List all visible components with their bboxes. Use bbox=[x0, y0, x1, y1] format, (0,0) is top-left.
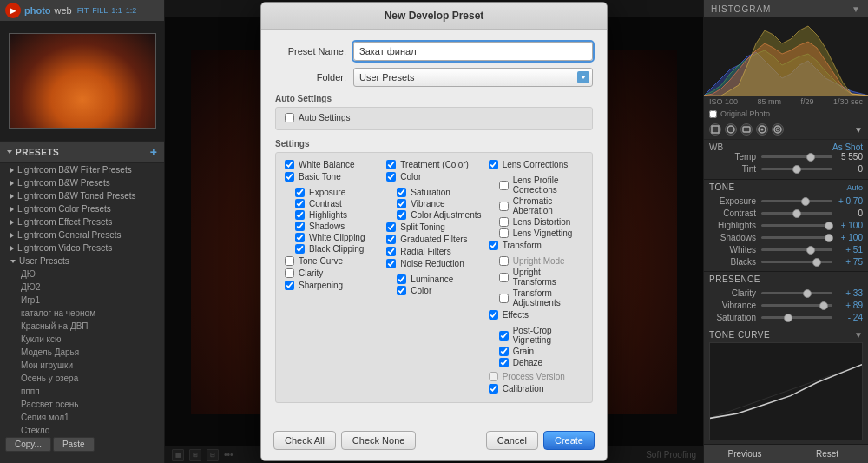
nav-1-2[interactable]: 1:2 bbox=[126, 6, 137, 15]
tint-slider-track[interactable] bbox=[761, 168, 832, 170]
transform-adjustments-checkbox[interactable] bbox=[499, 294, 509, 303]
graduated-tool-icon[interactable] bbox=[756, 123, 768, 136]
radial-checkbox[interactable] bbox=[386, 247, 396, 256]
tone-auto[interactable]: Auto bbox=[846, 183, 863, 192]
preset-group-header[interactable]: Lightroom Effect Presets bbox=[0, 215, 164, 228]
clarity-thumb[interactable] bbox=[803, 289, 812, 298]
add-preset-icon[interactable]: + bbox=[150, 145, 157, 159]
clarity-slider[interactable] bbox=[761, 292, 832, 294]
luminance-checkbox[interactable] bbox=[397, 274, 406, 284]
preset-group-header[interactable]: Lightroom B&W Toned Presets bbox=[0, 189, 164, 202]
white-balance-checkbox[interactable] bbox=[285, 160, 294, 169]
list-item[interactable]: Осень у озера bbox=[0, 372, 164, 385]
post-crop-checkbox[interactable] bbox=[499, 331, 509, 341]
calibration-checkbox[interactable] bbox=[489, 384, 498, 394]
highlights-slider[interactable] bbox=[761, 224, 832, 227]
list-item[interactable]: Красный на ДВП bbox=[0, 320, 164, 333]
lens-vignetting-checkbox[interactable] bbox=[499, 228, 509, 238]
right-panel-menu[interactable]: ▼ bbox=[854, 125, 863, 135]
preset-name-input[interactable] bbox=[353, 42, 593, 61]
preset-group-header[interactable]: Lightroom Video Presets bbox=[0, 241, 164, 255]
user-presets-header[interactable]: User Presets bbox=[0, 255, 164, 268]
shadows-thumb[interactable] bbox=[825, 234, 833, 242]
temp-slider-thumb[interactable] bbox=[806, 153, 815, 162]
folder-select[interactable]: User Presets bbox=[353, 68, 593, 87]
grain-checkbox[interactable] bbox=[499, 347, 509, 356]
noise-reduction-checkbox[interactable] bbox=[386, 259, 396, 268]
highlights-checkbox[interactable] bbox=[295, 210, 305, 220]
cancel-button[interactable]: Cancel bbox=[486, 431, 538, 450]
lens-profile-checkbox[interactable] bbox=[499, 181, 509, 190]
check-none-button[interactable]: Check None bbox=[341, 431, 417, 450]
preset-group-header[interactable]: Lightroom B&W Filter Presets bbox=[0, 163, 164, 176]
check-all-button[interactable]: Check All bbox=[273, 431, 336, 450]
process-version-checkbox[interactable] bbox=[489, 372, 498, 381]
heal-tool-icon[interactable] bbox=[725, 123, 737, 136]
chromatic-checkbox[interactable] bbox=[499, 202, 509, 211]
lens-corrections-checkbox[interactable] bbox=[489, 160, 498, 169]
list-item[interactable]: Мои игрушки bbox=[0, 359, 164, 372]
whites-thumb[interactable] bbox=[806, 246, 815, 255]
contrast-checkbox[interactable] bbox=[295, 199, 305, 208]
list-item[interactable]: Сепия мол1 bbox=[0, 411, 164, 424]
exposure-slider[interactable] bbox=[761, 200, 832, 202]
vibrance-slider[interactable] bbox=[761, 304, 832, 307]
previous-button[interactable]: Previous bbox=[704, 445, 786, 463]
treatment-checkbox[interactable] bbox=[386, 160, 396, 169]
saturation-slider[interactable] bbox=[761, 316, 832, 319]
split-toning-checkbox[interactable] bbox=[386, 222, 396, 232]
lens-distortion-checkbox[interactable] bbox=[499, 217, 509, 227]
black-clipping-checkbox[interactable] bbox=[295, 244, 305, 254]
nav-fill[interactable]: FILL bbox=[92, 6, 108, 15]
preset-group-header[interactable]: Lightroom General Presets bbox=[0, 228, 164, 241]
presets-section-header[interactable]: Presets + bbox=[0, 141, 164, 163]
paste-button[interactable]: Paste bbox=[53, 437, 95, 452]
shadows-slider[interactable] bbox=[761, 236, 832, 239]
redeye-tool-icon[interactable] bbox=[740, 123, 753, 136]
auto-settings-checkbox[interactable] bbox=[285, 113, 294, 122]
whites-slider[interactable] bbox=[761, 248, 832, 251]
color-nr-checkbox[interactable] bbox=[397, 286, 406, 295]
tone-curve-checkbox[interactable] bbox=[285, 256, 294, 266]
saturation-thumb[interactable] bbox=[784, 314, 792, 322]
contrast-slider[interactable] bbox=[761, 212, 832, 215]
shadows-checkbox[interactable] bbox=[295, 222, 305, 231]
nav-1-1[interactable]: 1:1 bbox=[111, 6, 122, 15]
exposure-checkbox[interactable] bbox=[295, 188, 305, 197]
saturation-checkbox[interactable] bbox=[397, 188, 406, 197]
crop-tool-icon[interactable] bbox=[709, 123, 721, 136]
basic-tone-checkbox[interactable] bbox=[285, 172, 294, 182]
list-item[interactable]: пппп bbox=[0, 385, 164, 398]
white-clipping-checkbox[interactable] bbox=[295, 233, 305, 242]
tone-curve-menu[interactable]: ▼ bbox=[854, 330, 863, 340]
list-item[interactable]: Кукли ксю bbox=[0, 333, 164, 346]
create-button[interactable]: Create bbox=[543, 431, 595, 450]
blacks-thumb[interactable] bbox=[812, 258, 821, 267]
list-item[interactable]: ДЮ2 bbox=[0, 281, 164, 294]
list-item[interactable]: Рассвет осень bbox=[0, 398, 164, 411]
upright-mode-checkbox[interactable] bbox=[499, 256, 509, 266]
color-adjustments-checkbox[interactable] bbox=[397, 210, 406, 220]
tint-slider-thumb[interactable] bbox=[792, 165, 801, 174]
transform-checkbox[interactable] bbox=[489, 241, 498, 250]
copy-button[interactable]: Copy... bbox=[5, 437, 51, 452]
dehaze-checkbox[interactable] bbox=[499, 358, 509, 367]
original-photo-checkbox[interactable] bbox=[709, 110, 717, 118]
upright-transforms-checkbox[interactable] bbox=[499, 273, 509, 282]
highlights-thumb[interactable] bbox=[825, 222, 833, 230]
clarity-checkbox[interactable] bbox=[285, 268, 294, 278]
reset-button[interactable]: Reset bbox=[786, 445, 868, 463]
nav-fit[interactable]: FIT bbox=[77, 6, 89, 15]
preset-group-header[interactable]: Lightroom B&W Presets bbox=[0, 176, 164, 189]
histogram-menu-icon[interactable]: ▼ bbox=[852, 4, 861, 14]
contrast-thumb[interactable] bbox=[792, 209, 801, 218]
radial-tool-icon[interactable] bbox=[772, 123, 784, 136]
sharpening-checkbox[interactable] bbox=[285, 281, 294, 290]
list-item[interactable]: Стекло bbox=[0, 424, 164, 433]
color-checkbox[interactable] bbox=[386, 172, 396, 182]
preset-group-header[interactable]: Lightroom Color Presets bbox=[0, 202, 164, 215]
blacks-slider[interactable] bbox=[761, 261, 832, 263]
vibrance-thumb[interactable] bbox=[819, 301, 828, 310]
exposure-thumb[interactable] bbox=[801, 197, 810, 206]
list-item[interactable]: Модель Дарья bbox=[0, 346, 164, 359]
